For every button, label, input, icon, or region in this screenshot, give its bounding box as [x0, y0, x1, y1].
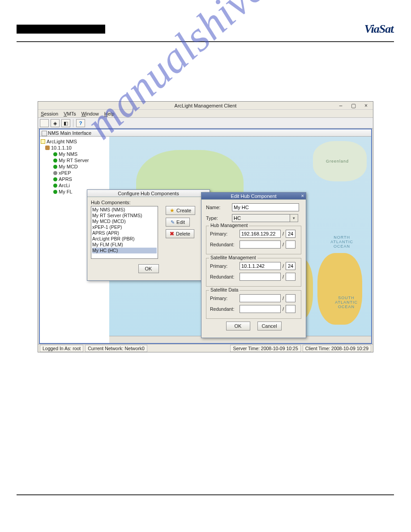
tree-item[interactable]: xPEP	[41, 170, 108, 176]
hub-management-group: Hub Management Primary: / Redundant: /	[206, 226, 301, 254]
delete-icon: ✖	[170, 231, 174, 237]
tree-ip[interactable]: 10.1.1.10	[41, 145, 108, 151]
tree-item[interactable]: My NMS	[41, 151, 108, 157]
satdata-primary-mask-input[interactable]	[286, 294, 295, 302]
list-label: Hub Components:	[91, 200, 206, 205]
menu-help[interactable]: Help	[104, 111, 115, 116]
titlebar: ArcLight Management Client – ▢ ×	[38, 102, 373, 110]
top-rule	[17, 41, 394, 42]
type-label: Type:	[206, 215, 229, 221]
satellite-data-group: Satellite Data Primary: / Redundant: /	[206, 290, 301, 319]
hub-components-listbox[interactable]: My NMS (NMS) My RT Server (RTNMS) My MCD…	[91, 206, 158, 259]
list-item[interactable]: xPEP-1 (PEP)	[92, 224, 157, 230]
hub-primary-mask-input[interactable]	[286, 230, 295, 238]
hub-redundant-mask-input[interactable]	[286, 240, 295, 249]
redacted-bar	[17, 25, 105, 34]
app-icon	[40, 103, 45, 108]
status-ok-icon	[53, 184, 57, 188]
satdata-primary-ip-input[interactable]	[240, 294, 281, 302]
sat-primary-mask-input[interactable]	[286, 262, 295, 270]
cancel-button[interactable]: Cancel	[257, 322, 282, 330]
redundant-label: Redundant:	[210, 242, 238, 247]
dialog-titlebar: Edit Hub Component ×	[201, 193, 306, 200]
ok-button[interactable]: OK	[138, 264, 159, 273]
dialog-titlebar: Configure Hub Components ×	[87, 190, 210, 197]
status-ok-icon	[53, 159, 57, 163]
primary-label: Primary:	[210, 231, 238, 236]
menu-window[interactable]: Window	[81, 111, 99, 116]
status-network: Current Network: Network0	[85, 345, 147, 352]
satellite-management-group: Satellite Management Primary: / Redundan…	[206, 258, 301, 287]
star-icon: ★	[170, 207, 175, 214]
statusbar: Logged In As: root Current Network: Netw…	[38, 344, 373, 352]
toolbar-btn-3[interactable]: ◧	[61, 119, 70, 127]
group-legend: Satellite Data	[209, 287, 240, 292]
sat-redundant-ip-input[interactable]	[240, 273, 281, 281]
sat-primary-ip-input[interactable]	[240, 262, 281, 270]
sat-redundant-mask-input[interactable]	[286, 273, 295, 281]
list-item[interactable]: My NMS (NMS)	[92, 207, 157, 213]
menu-vmts[interactable]: VMTs	[64, 111, 76, 116]
logo: ViaSat.	[364, 22, 394, 36]
ok-button[interactable]: OK	[226, 322, 250, 330]
java-icon	[203, 193, 208, 199]
edit-icon: ✎	[171, 219, 175, 225]
ocean-label: NORTH ATLANTIC OCEAN	[330, 235, 353, 249]
menu-session[interactable]: Session	[41, 111, 58, 116]
folder-icon	[41, 139, 45, 144]
app-title: ArcLight Management Client	[175, 103, 237, 108]
list-item-selected[interactable]: My HC (HC)	[92, 248, 157, 253]
status-unknown-icon	[53, 171, 57, 175]
group-legend: Satellite Management	[209, 255, 257, 260]
redundant-label: Redundant:	[210, 274, 238, 279]
toolbar-help-button[interactable]: ?	[76, 119, 85, 127]
toolbar-btn-2[interactable]: ◈	[51, 119, 60, 127]
list-item[interactable]: My FLM (FLM)	[92, 242, 157, 248]
toolbar-btn-1[interactable]	[40, 119, 49, 127]
logo-text: ViaSat	[364, 22, 394, 35]
create-button[interactable]: ★Create	[166, 206, 195, 215]
toolbar-separator	[73, 119, 73, 127]
java-icon	[89, 191, 94, 196]
status-login: Logged In As: root	[40, 345, 83, 352]
ocean-label: SOUTH ATLANTIC OCEAN	[335, 296, 358, 309]
chevron-down-icon[interactable]: ▾	[290, 214, 298, 222]
host-icon	[45, 146, 50, 150]
dialog-title: Edit Hub Component	[231, 193, 276, 199]
tree-item[interactable]: APRS	[41, 176, 108, 182]
satdata-redundant-mask-input[interactable]	[286, 305, 295, 313]
status-ok-icon	[53, 152, 57, 156]
window-controls[interactable]: – ▢ ×	[339, 103, 371, 109]
name-label: Name:	[206, 205, 229, 210]
list-item[interactable]: ArcLight PBR (PBR)	[92, 236, 157, 242]
tree-root[interactable]: ArcLight NMS	[41, 138, 108, 145]
status-ok-icon	[53, 190, 57, 194]
delete-button[interactable]: ✖Delete	[166, 229, 194, 238]
greenland-label: Greenland	[326, 159, 349, 163]
close-icon[interactable]: ×	[301, 193, 304, 198]
type-select[interactable]	[232, 214, 290, 222]
name-input[interactable]	[232, 203, 299, 211]
satdata-redundant-ip-input[interactable]	[240, 305, 281, 313]
hub-redundant-ip-input[interactable]	[240, 240, 281, 249]
hub-primary-ip-input[interactable]	[240, 230, 281, 238]
primary-label: Primary:	[210, 263, 238, 269]
main-area: NMS Main Interface ArcLight NMS 10.1.1.1…	[39, 129, 372, 344]
dialog-title: Configure Hub Components	[118, 191, 179, 196]
app-window: ArcLight Management Client – ▢ × Session…	[38, 101, 373, 352]
list-item[interactable]: My MCD (MCD)	[92, 219, 157, 224]
tree-item[interactable]: My MCD	[41, 163, 108, 170]
status-ok-icon	[53, 177, 57, 181]
tree-item[interactable]: ArcLi	[41, 182, 108, 189]
edit-hub-dialog: Edit Hub Component × Name: Type: ▾ Hub M…	[201, 192, 306, 338]
edit-button[interactable]: ✎Edit	[166, 218, 190, 227]
configure-hub-dialog: Configure Hub Components × Hub Component…	[87, 189, 210, 281]
subwindow-title: NMS Main Interface	[40, 129, 371, 137]
bottom-rule	[17, 494, 394, 495]
primary-label: Primary:	[210, 296, 238, 301]
menubar: Session VMTs Window Help	[38, 110, 373, 118]
status-ok-icon	[53, 165, 57, 169]
list-item[interactable]: APRS (APR)	[92, 230, 157, 236]
tree-item[interactable]: My RT Server	[41, 157, 108, 163]
list-item[interactable]: My RT Server (RTNMS)	[92, 213, 157, 219]
